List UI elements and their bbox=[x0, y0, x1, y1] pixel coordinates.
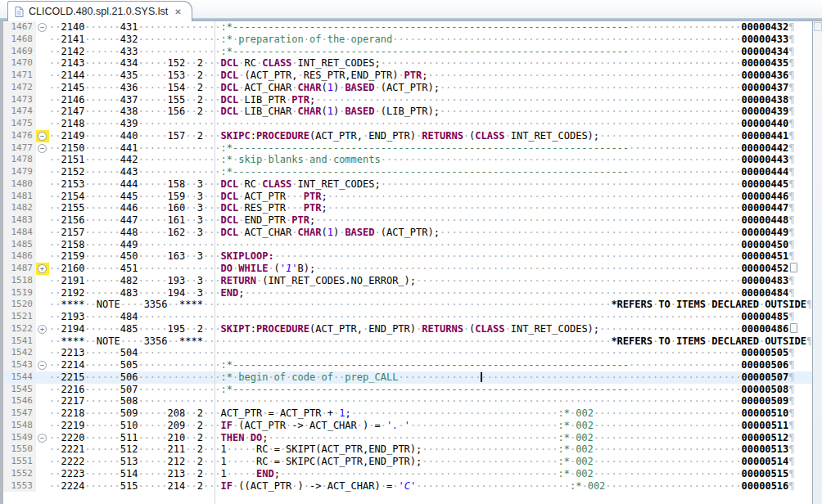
code-line[interactable]: ··2156······447·····161··3···DCL·END_PTR… bbox=[49, 214, 813, 227]
code-line[interactable]: ··2222······513·····212··2···1·····RC·=·… bbox=[49, 456, 813, 468]
code-row: 1475··2148······439·····················… bbox=[0, 118, 813, 130]
line-number: 1518 bbox=[0, 275, 36, 287]
code-line[interactable]: ··2141······432··············:*·preparat… bbox=[49, 34, 813, 46]
line-number: 1467 bbox=[0, 21, 36, 34]
fold-column bbox=[36, 166, 49, 178]
code-row: 1522+··2194······485·····195··2···SKIPT:… bbox=[0, 323, 813, 335]
line-number: 1522 bbox=[0, 323, 36, 335]
fold-column bbox=[36, 335, 49, 348]
code-row: 1520··****··NOTE····3356··****··········… bbox=[0, 299, 813, 311]
code-line[interactable]: ··2152······443··············:*---------… bbox=[49, 166, 813, 178]
code-line[interactable]: ··2144······435·····153··2···DCL·(ACT_PT… bbox=[49, 70, 813, 82]
code-line[interactable]: ··2221······512·····211··2···1·····RC·=·… bbox=[49, 443, 813, 456]
code-row: 1476−··2149······440·····157··2···SKIPC:… bbox=[0, 130, 813, 142]
code-line[interactable]: ··2159······450·····163··3···SKIPLOOP:··… bbox=[49, 250, 813, 263]
fold-toggle-icon[interactable]: − bbox=[36, 359, 49, 371]
overview-ruler[interactable] bbox=[812, 21, 822, 504]
special-char-box bbox=[790, 323, 797, 333]
code-line[interactable]: ··2193······484·························… bbox=[49, 311, 813, 323]
fold-column bbox=[36, 118, 49, 130]
code-line[interactable]: ··2213······504·························… bbox=[49, 347, 813, 359]
line-number: 1482 bbox=[0, 202, 36, 214]
tab-title: CLICOLD.480.spl.21.0.SYS.lst bbox=[29, 6, 168, 17]
code-row: 1518··2191······482·····193··3···RETURN·… bbox=[0, 275, 813, 287]
code-row: 1486··2159······450·····163··3···SKIPLOO… bbox=[0, 250, 813, 263]
code-line[interactable]: ··2218······509·····208··2···ACT_PTR·=·A… bbox=[49, 407, 813, 420]
overview-ruler-header-button[interactable] bbox=[814, 22, 822, 31]
fold-column bbox=[36, 46, 49, 58]
editor-text-area[interactable]: 1467−··2140······431··············:*----… bbox=[0, 21, 813, 492]
editor-tab-bar: CLICOLD.480.spl.21.0.SYS.lst ✕ bbox=[0, 0, 822, 21]
code-line[interactable]: ··2145······436·····154··2···DCL·ACT_CHA… bbox=[49, 82, 813, 94]
code-line[interactable]: ··2160······451··············DO·WHILE·('… bbox=[49, 263, 813, 275]
line-number: 1551 bbox=[0, 456, 36, 468]
code-line[interactable]: ··****··NOTE····3356··****··············… bbox=[49, 335, 813, 348]
line-number: 1473 bbox=[0, 94, 36, 106]
fold-column bbox=[36, 178, 49, 191]
line-number: 1474 bbox=[0, 106, 36, 118]
code-row: 1553··2224······515·····214··2···IF·((AC… bbox=[0, 480, 813, 493]
code-line[interactable]: ··2220······511·····210··2···THEN·DO;···… bbox=[49, 432, 813, 444]
code-row: 1485··2158······449·····················… bbox=[0, 239, 813, 251]
fold-column bbox=[36, 468, 49, 480]
tab-close-icon[interactable]: ✕ bbox=[173, 7, 183, 16]
line-number: 1542 bbox=[0, 347, 36, 359]
line-number: 1485 bbox=[0, 239, 36, 251]
code-line[interactable]: ··2217······508·························… bbox=[49, 395, 813, 407]
code-line[interactable]: ··2219······510·····209··2···IF·(ACT_PTR… bbox=[49, 420, 813, 432]
fold-toggle-icon[interactable]: − bbox=[36, 21, 49, 34]
code-line[interactable]: ··2191······482·····193··3···RETURN·(INT… bbox=[49, 275, 813, 287]
code-line[interactable]: ··2142······433··············:*---------… bbox=[49, 46, 813, 58]
code-line[interactable]: ··2194······485·····195··2···SKIPT:PROCE… bbox=[49, 323, 813, 335]
code-row: 1470··2143······434·····152··2···DCL·RC·… bbox=[0, 57, 813, 70]
code-line[interactable]: ··2150······441··············:*---------… bbox=[49, 142, 813, 155]
line-number: 1553 bbox=[0, 480, 36, 493]
code-line[interactable]: ··2146······437·····155··2···DCL·LIB_PTR… bbox=[49, 94, 813, 106]
code-line[interactable]: ··2224······515·····214··2···IF·((ACT_PT… bbox=[49, 480, 813, 493]
code-line[interactable]: ··2192······483·····194··3···END;·······… bbox=[49, 287, 813, 299]
line-number: 1548 bbox=[0, 420, 36, 432]
line-number: 1520 bbox=[0, 299, 36, 311]
line-number: 1468 bbox=[0, 34, 36, 46]
code-line[interactable]: ··2151······442··············:*·skip·bla… bbox=[49, 154, 813, 166]
code-row: 1477−··2150······441··············:*----… bbox=[0, 142, 813, 155]
line-number: 1521 bbox=[0, 311, 36, 323]
code-line[interactable]: ··2147······438·····156··2···DCL·LIB_CHA… bbox=[49, 106, 813, 118]
code-line[interactable]: ··2155······446·····160··3···DCL·RES_PTR… bbox=[49, 202, 813, 214]
line-number: 1541 bbox=[0, 335, 36, 348]
code-line[interactable]: ··****··NOTE····3356··****··············… bbox=[49, 299, 813, 311]
code-line[interactable]: ··2149······440·····157··2···SKIPC:PROCE… bbox=[49, 130, 813, 142]
code-row: 1487+··2160······451··············DO·WHI… bbox=[0, 263, 813, 275]
code-line[interactable]: ··2216······507··············:*---------… bbox=[49, 384, 813, 396]
fold-column bbox=[36, 287, 49, 299]
fold-toggle-icon[interactable]: − bbox=[36, 432, 49, 444]
line-number: 1546 bbox=[0, 395, 36, 407]
code-line[interactable]: ··2223······514·····213··2···1·····END;·… bbox=[49, 468, 813, 480]
code-line[interactable]: ··2153······444·····158··3···DCL·RC·CLAS… bbox=[49, 178, 813, 191]
line-number: 1549 bbox=[0, 432, 36, 444]
line-number: 1479 bbox=[0, 166, 36, 178]
code-line[interactable]: ··2143······434·····152··2···DCL·RC·CLAS… bbox=[49, 57, 813, 70]
code-row: 1545··2216······507··············:*-----… bbox=[0, 384, 813, 396]
code-line[interactable]: ··2158······449·························… bbox=[49, 239, 813, 251]
tab-clicold-lst[interactable]: CLICOLD.480.spl.21.0.SYS.lst ✕ bbox=[7, 1, 192, 21]
line-number: 1471 bbox=[0, 70, 36, 82]
fold-column bbox=[36, 250, 49, 263]
code-line[interactable]: ··2140······431··············:*---------… bbox=[49, 21, 813, 34]
code-line[interactable]: ··2157······448·····162··3···DCL·ACT_CHA… bbox=[49, 227, 813, 239]
line-number: 1470 bbox=[0, 57, 36, 70]
code-line[interactable]: ··2214······505··············:*---------… bbox=[49, 359, 813, 371]
fold-toggle-icon[interactable]: + bbox=[36, 323, 49, 335]
fold-toggle-icon[interactable]: + bbox=[36, 263, 49, 275]
code-row: 1472··2145······436·····154··2···DCL·ACT… bbox=[0, 82, 813, 94]
code-line[interactable]: ··2154······445·····159··3···DCL·ACT_PTR… bbox=[49, 191, 813, 203]
code-row: 1469··2142······433··············:*-----… bbox=[0, 46, 813, 58]
code-line[interactable]: ··2215······506··············:*·begin·of… bbox=[49, 371, 813, 384]
fold-toggle-icon[interactable]: − bbox=[36, 142, 49, 155]
fold-toggle-icon[interactable]: − bbox=[36, 130, 49, 142]
code-line[interactable]: ··2148······439·························… bbox=[49, 118, 813, 130]
fold-column bbox=[36, 227, 49, 239]
code-row: 1544··2215······506··············:*·begi… bbox=[0, 371, 813, 384]
line-number: 1469 bbox=[0, 46, 36, 58]
left-edge-strip bbox=[0, 21, 3, 504]
